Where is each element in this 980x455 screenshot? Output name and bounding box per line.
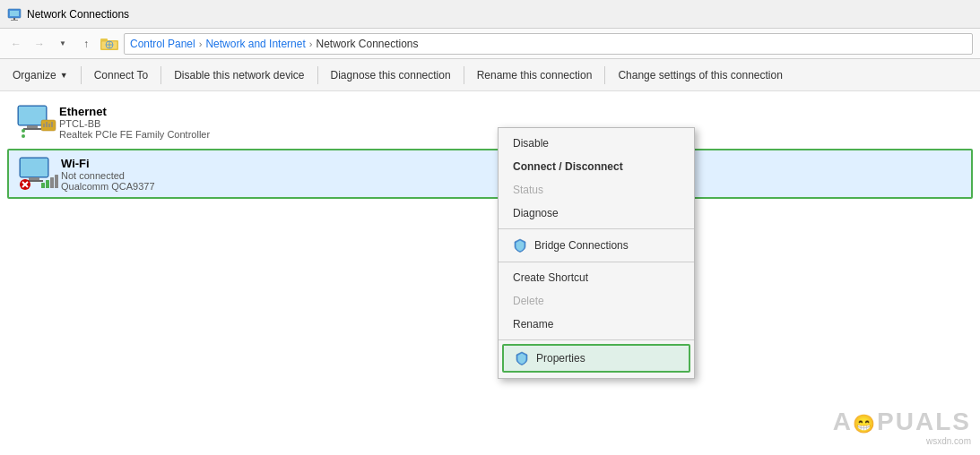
watermark-text: wsxdn.com: [926, 436, 971, 446]
appuals-logo: A😁PUALS: [833, 408, 971, 436]
svg-rect-28: [41, 183, 45, 188]
ethernet-name: Ethernet: [59, 105, 966, 118]
forward-button[interactable]: →: [30, 35, 48, 53]
diagnose-button[interactable]: Diagnose this connection: [322, 63, 460, 88]
toolbar: Organize ▼ Connect To Disable this netwo…: [0, 59, 980, 91]
title-bar-icon: [7, 7, 22, 21]
title-bar: Network Connections: [0, 0, 980, 29]
ctx-disable[interactable]: Disable: [499, 132, 694, 155]
network-list: Ethernet PTCL-BB Realtek PCIe FE Family …: [0, 91, 980, 455]
svg-rect-2: [11, 20, 18, 21]
ethernet-item[interactable]: Ethernet PTCL-BB Realtek PCIe FE Family …: [7, 99, 973, 145]
context-menu: Disable Connect / Disconnect Status Diag…: [498, 127, 695, 379]
wifi-item[interactable]: Wi-Fi Not connected Qualcomm QCA9377: [7, 149, 973, 199]
address-bar: ← → ▼ ↑ Control Panel › Network and Inte…: [0, 29, 980, 59]
change-settings-button[interactable]: Change settings of this connection: [609, 63, 791, 88]
svg-rect-22: [21, 159, 48, 176]
recent-button[interactable]: ▼: [54, 35, 72, 53]
ctx-bridge-connections[interactable]: Bridge Connections: [499, 233, 694, 258]
watermark-area: A😁PUALS wsxdn.com: [833, 408, 971, 446]
back-button[interactable]: ←: [7, 35, 25, 53]
svg-rect-1: [13, 18, 15, 20]
toolbar-sep-4: [464, 66, 464, 84]
shield-properties-icon: [515, 351, 529, 365]
ctx-diagnose[interactable]: Diagnose: [499, 202, 694, 225]
ctx-create-shortcut[interactable]: Create Shortcut: [499, 266, 694, 289]
svg-point-14: [22, 129, 25, 133]
shield-bridge-icon: [513, 238, 527, 253]
wifi-icon: [16, 156, 52, 192]
breadcrumb-current: Network Connections: [316, 38, 418, 50]
title-bar-text: Network Connections: [27, 8, 129, 21]
main-content: Ethernet PTCL-BB Realtek PCIe FE Family …: [0, 91, 980, 455]
svg-rect-23: [29, 177, 39, 180]
toolbar-sep-3: [317, 66, 318, 84]
folder-icon: [100, 37, 118, 51]
ctx-connect-disconnect[interactable]: Connect / Disconnect: [499, 155, 694, 178]
breadcrumb: Control Panel › Network and Internet › N…: [124, 33, 973, 55]
breadcrumb-control-panel[interactable]: Control Panel: [130, 38, 195, 50]
svg-rect-13: [23, 128, 41, 130]
svg-rect-30: [50, 177, 54, 188]
svg-point-15: [22, 134, 25, 138]
ctx-delete: Delete: [499, 289, 694, 313]
ctx-properties[interactable]: Properties: [502, 344, 690, 373]
ctx-rename[interactable]: Rename: [499, 313, 694, 336]
disable-button[interactable]: Disable this network device: [165, 63, 313, 88]
ctx-status: Status: [499, 178, 694, 202]
breadcrumb-network-internet[interactable]: Network and Internet: [205, 38, 305, 50]
up-button[interactable]: ↑: [77, 35, 95, 53]
ctx-sep-3: [499, 339, 694, 340]
ethernet-icon: [14, 104, 50, 140]
connect-to-button[interactable]: Connect To: [85, 63, 158, 88]
ctx-sep-2: [499, 262, 694, 262]
toolbar-sep-2: [160, 66, 161, 84]
svg-rect-31: [55, 175, 58, 188]
toolbar-sep-1: [81, 66, 82, 84]
svg-rect-29: [46, 180, 49, 188]
ctx-sep-1: [499, 228, 694, 229]
rename-button[interactable]: Rename this connection: [468, 63, 602, 88]
svg-rect-3: [10, 11, 19, 16]
toolbar-sep-5: [604, 66, 605, 84]
svg-rect-12: [27, 125, 38, 128]
organize-button[interactable]: Organize ▼: [4, 63, 77, 88]
